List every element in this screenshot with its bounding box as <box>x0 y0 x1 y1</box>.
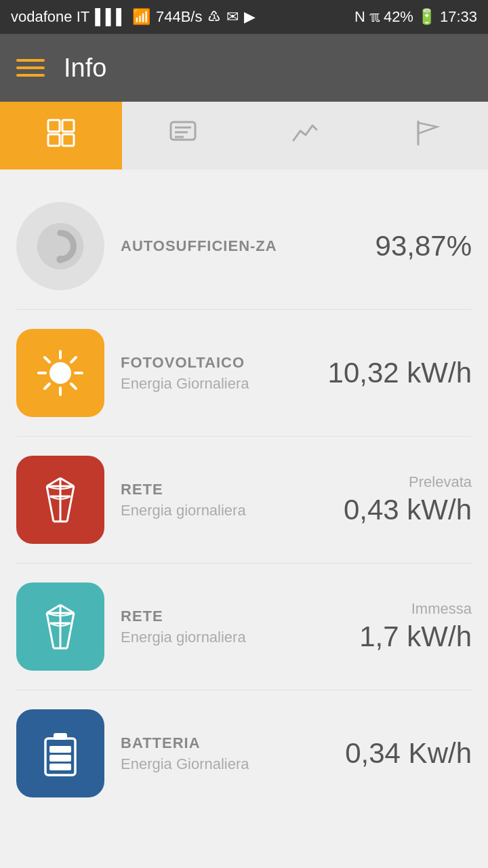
flag-icon <box>413 119 441 153</box>
svg-line-33 <box>47 605 60 613</box>
grid-icon <box>47 119 75 153</box>
svg-point-10 <box>56 256 64 263</box>
tab-grid[interactable] <box>0 102 122 170</box>
carrier-text: vodafone IT <box>11 8 89 26</box>
rete-prelevata-sublabel: Energia giornaliera <box>121 502 306 519</box>
svg-rect-40 <box>49 746 71 753</box>
batteria-icon <box>16 709 104 797</box>
batteria-label: BATTERIA <box>121 734 306 753</box>
batteria-value: 0,34 Kw/h <box>323 737 472 770</box>
svg-line-26 <box>60 478 74 486</box>
play-icon: ▶ <box>244 8 256 26</box>
autosufficienza-text: AUTOSUFFICIEN-ZA <box>121 237 306 256</box>
rete-prelevata-value-block: Prelevata 0,43 kW/h <box>323 473 472 526</box>
rete-immessa-sub-label: Immessa <box>323 600 472 618</box>
autosufficienza-value: 93,87% <box>323 230 472 262</box>
fotovoltaico-value: 10,32 kW/h <box>323 357 472 389</box>
autosufficienza-icon <box>16 202 104 290</box>
svg-line-19 <box>45 384 49 389</box>
usb-icon: ♳ <box>207 8 221 26</box>
rete-immessa-label: RETE <box>121 607 306 627</box>
fotovoltaico-sublabel: Energia Giornaliera <box>121 375 306 393</box>
battery-icon: 🔋 <box>418 8 436 26</box>
rete-prelevata-label: RETE <box>121 480 306 500</box>
svg-rect-37 <box>54 733 67 740</box>
svg-line-24 <box>67 486 74 521</box>
fotovoltaico-value-block: 10,32 kW/h <box>323 357 472 389</box>
rete-prelevata-value: 0,43 kW/h <box>323 494 472 526</box>
svg-rect-1 <box>62 120 74 132</box>
card-rete-prelevata[interactable]: RETE Energia giornaliera Prelevata 0,43 … <box>16 437 472 564</box>
rete-immessa-sublabel: Energia giornaliera <box>121 629 306 646</box>
signal-icon: ▌▌▌ <box>95 8 127 26</box>
svg-line-34 <box>60 605 74 613</box>
fotovoltaico-label: FOTOVOLTAICO <box>121 353 306 373</box>
status-bar: vodafone IT ▌▌▌ 📶 744B/s ♳ ✉ ▶ N ℼ 42% 🔋… <box>0 0 488 34</box>
time-text: 17:33 <box>440 8 477 26</box>
menu-button[interactable] <box>16 59 45 77</box>
svg-line-18 <box>71 357 76 362</box>
fotovoltaico-text: FOTOVOLTAICO Energia Giornaliera <box>121 353 306 393</box>
speed-text: 744B/s <box>156 8 203 26</box>
card-autosufficienza[interactable]: AUTOSUFFICIEN-ZA 93,87% <box>16 183 472 310</box>
tab-messages[interactable] <box>122 102 244 170</box>
svg-line-16 <box>45 357 49 362</box>
rete-immessa-text: RETE Energia giornaliera <box>121 607 306 647</box>
card-batteria[interactable]: BATTERIA Energia Giornaliera 0,34 Kw/h <box>16 690 472 816</box>
svg-rect-38 <box>49 764 71 770</box>
svg-line-32 <box>67 613 74 648</box>
autosufficienza-label: AUTOSUFFICIEN-ZA <box>121 237 306 256</box>
battery-text: 42% <box>384 8 413 26</box>
svg-line-17 <box>71 384 76 389</box>
chart-icon <box>291 119 319 153</box>
status-right: N ℼ 42% 🔋 17:33 <box>354 8 477 26</box>
tab-bar <box>0 102 488 170</box>
svg-rect-0 <box>48 120 60 132</box>
svg-rect-3 <box>62 134 74 146</box>
svg-line-23 <box>47 486 54 521</box>
content-area: AUTOSUFFICIEN-ZA 93,87% FOTOVOLTAICO Ene… <box>0 170 488 830</box>
messages-icon <box>169 119 197 153</box>
wifi-icon: 📶 <box>132 8 150 26</box>
card-rete-immessa[interactable]: RETE Energia giornaliera Immessa 1,7 kW/… <box>16 564 472 690</box>
tab-chart[interactable] <box>244 102 366 170</box>
status-left: vodafone IT ▌▌▌ 📶 744B/s ♳ ✉ ▶ <box>11 8 256 26</box>
batteria-value-block: 0,34 Kw/h <box>323 737 472 770</box>
svg-rect-2 <box>48 134 60 146</box>
app-header: Info <box>0 34 488 102</box>
autosufficienza-value-block: 93,87% <box>323 230 472 262</box>
svg-point-11 <box>49 362 71 384</box>
rete-prelevata-icon <box>16 456 104 544</box>
batteria-text: BATTERIA Energia Giornaliera <box>121 734 306 774</box>
batteria-sublabel: Energia Giornaliera <box>121 755 306 773</box>
mail-icon: ✉ <box>226 8 239 26</box>
rete-immessa-value: 1,7 kW/h <box>323 620 472 653</box>
bluetooth-icon: ℼ <box>369 8 380 26</box>
svg-rect-39 <box>49 755 71 762</box>
page-title: Info <box>64 54 106 83</box>
card-fotovoltaico[interactable]: FOTOVOLTAICO Energia Giornaliera 10,32 k… <box>16 310 472 437</box>
rete-prelevata-sub-label: Prelevata <box>323 473 472 491</box>
nfc-icon: N <box>354 8 365 26</box>
svg-line-31 <box>47 613 54 648</box>
svg-line-25 <box>47 478 60 486</box>
rete-prelevata-text: RETE Energia giornaliera <box>121 480 306 520</box>
tab-flag[interactable] <box>366 102 488 170</box>
rete-immessa-icon <box>16 583 104 671</box>
rete-immessa-value-block: Immessa 1,7 kW/h <box>323 600 472 653</box>
fotovoltaico-icon <box>16 329 104 417</box>
